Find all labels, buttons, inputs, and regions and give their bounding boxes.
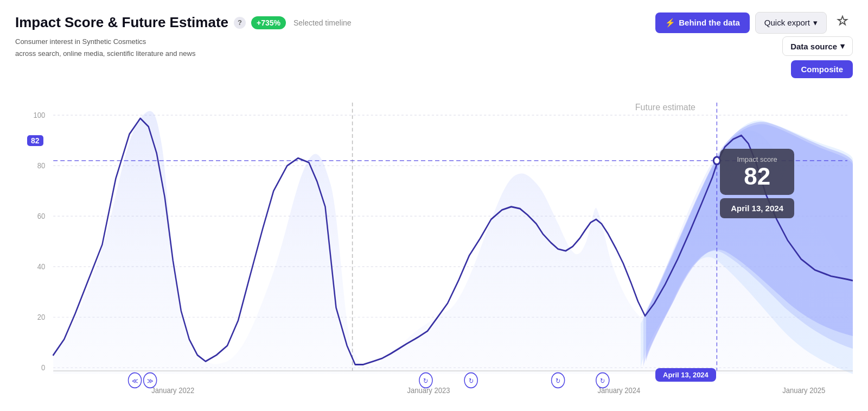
- future-estimate-label: Future estimate: [635, 103, 695, 112]
- svg-text:January 2025: January 2025: [782, 385, 825, 395]
- svg-text:↻: ↻: [556, 377, 560, 385]
- subtitle-line2: across search, online media, scientific …: [15, 48, 195, 59]
- svg-text:January 2024: January 2024: [597, 385, 640, 395]
- percentage-badge: +735%: [251, 16, 286, 29]
- svg-text:≫: ≫: [147, 377, 154, 385]
- subtitle-line1: Consumer interest in Synthetic Cosmetics: [15, 36, 195, 47]
- svg-text:January 2022: January 2022: [151, 385, 194, 395]
- main-chart[interactable]: 100 80 60 40 20 0: [15, 84, 853, 406]
- svg-text:↻: ↻: [423, 377, 428, 385]
- svg-text:60: 60: [37, 211, 46, 220]
- quick-export-button[interactable]: Quick export ▾: [755, 12, 827, 34]
- behind-data-button[interactable]: ⚡ Behind the data: [655, 12, 750, 33]
- svg-text:100: 100: [33, 110, 45, 119]
- svg-text:↻: ↻: [469, 377, 474, 385]
- selected-timeline-label: Selected timeline: [293, 18, 352, 27]
- svg-text:80: 80: [37, 161, 46, 170]
- chevron-down-icon: ▾: [813, 18, 818, 28]
- score-badge: 82: [27, 135, 43, 146]
- help-icon[interactable]: ?: [234, 17, 246, 29]
- chart-area: 100 80 60 40 20 0: [15, 84, 853, 406]
- svg-text:≪: ≪: [132, 377, 138, 385]
- chevron-down-icon: ▾: [840, 41, 845, 51]
- lightning-icon: ⚡: [665, 18, 675, 28]
- svg-text:↻: ↻: [600, 377, 605, 385]
- page-title: Impact Score & Future Estimate: [15, 14, 228, 31]
- pin-button[interactable]: [832, 11, 853, 34]
- svg-point-15: [713, 157, 720, 165]
- composite-button[interactable]: Composite: [791, 60, 853, 78]
- svg-text:0: 0: [41, 363, 45, 372]
- svg-text:20: 20: [37, 312, 46, 321]
- data-source-button[interactable]: Data source ▾: [782, 36, 853, 56]
- svg-text:40: 40: [37, 262, 46, 271]
- date-badge-bottom: April 13, 2024: [655, 368, 716, 382]
